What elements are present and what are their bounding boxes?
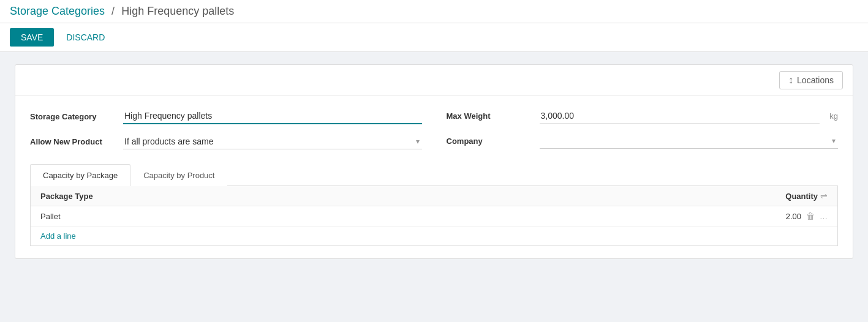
locations-label: Locations bbox=[797, 75, 834, 85]
col-quantity-header: Quantity bbox=[785, 192, 818, 201]
discard-button[interactable]: DISCARD bbox=[59, 28, 112, 47]
form-right: Max Weight kg Company ▾ bbox=[447, 108, 839, 149]
allow-new-product-label: Allow New Product bbox=[30, 137, 116, 146]
table-section: Package Type Quantity ⇌ Pallet 2.00 🗑 … … bbox=[30, 186, 838, 246]
max-weight-unit: kg bbox=[829, 111, 838, 121]
storage-category-row: Storage Category bbox=[30, 108, 422, 124]
save-button[interactable]: SAVE bbox=[10, 28, 54, 47]
tab-capacity-by-product[interactable]: Capacity by Product bbox=[130, 164, 227, 186]
locations-icon: ↕ bbox=[788, 75, 793, 86]
pallet-package-type: Pallet bbox=[40, 212, 61, 221]
table-header: Package Type Quantity ⇌ bbox=[31, 186, 837, 206]
breadcrumb-parent[interactable]: Storage Categories bbox=[10, 5, 105, 17]
form-section: Storage Category Allow New Product If al… bbox=[30, 108, 838, 149]
tab-capacity-by-package[interactable]: Capacity by Package bbox=[30, 164, 130, 186]
tabs: Capacity by Package Capacity by Product bbox=[30, 164, 838, 186]
allow-new-product-select[interactable]: If all products are same Always Never bbox=[123, 134, 422, 149]
company-select-wrapper: ▾ bbox=[540, 133, 839, 149]
adjust-columns-icon[interactable]: ⇌ bbox=[820, 191, 828, 201]
row-actions-icon[interactable]: … bbox=[820, 212, 828, 221]
main-content: ↕ Locations Storage Category Allow New P… bbox=[0, 52, 868, 271]
allow-new-product-select-wrapper: If all products are same Always Never ▾ bbox=[123, 134, 422, 149]
form-card: ↕ Locations Storage Category Allow New P… bbox=[15, 64, 853, 259]
delete-row-icon[interactable]: 🗑 bbox=[806, 211, 815, 221]
storage-category-label: Storage Category bbox=[30, 112, 116, 121]
action-bar: SAVE DISCARD bbox=[0, 23, 868, 52]
card-header: ↕ Locations bbox=[15, 65, 853, 96]
breadcrumb: Storage Categories / High Frequency pall… bbox=[10, 5, 234, 18]
company-select[interactable] bbox=[540, 133, 839, 148]
breadcrumb-current: High Frequency pallets bbox=[121, 5, 234, 17]
company-label: Company bbox=[447, 137, 532, 146]
breadcrumb-bar: Storage Categories / High Frequency pall… bbox=[0, 0, 868, 23]
col-package-type-header: Package Type bbox=[40, 192, 93, 201]
max-weight-label: Max Weight bbox=[447, 111, 532, 121]
company-row: Company ▾ bbox=[447, 133, 839, 149]
header-right-icons: Quantity ⇌ bbox=[785, 191, 828, 201]
breadcrumb-separator: / bbox=[111, 5, 115, 17]
locations-button[interactable]: ↕ Locations bbox=[779, 71, 843, 89]
max-weight-row: Max Weight kg bbox=[447, 108, 839, 124]
allow-new-product-row: Allow New Product If all products are sa… bbox=[30, 134, 422, 149]
add-line-link[interactable]: Add a line bbox=[31, 227, 86, 245]
pallet-quantity-value: 2.00 bbox=[786, 212, 801, 221]
pallet-quantity-cell: 2.00 🗑 … bbox=[786, 211, 828, 221]
table-row: Pallet 2.00 🗑 … bbox=[31, 206, 837, 227]
card-body: Storage Category Allow New Product If al… bbox=[15, 96, 853, 258]
storage-category-input[interactable] bbox=[123, 108, 422, 124]
form-left: Storage Category Allow New Product If al… bbox=[30, 108, 422, 149]
max-weight-input[interactable] bbox=[540, 108, 820, 124]
